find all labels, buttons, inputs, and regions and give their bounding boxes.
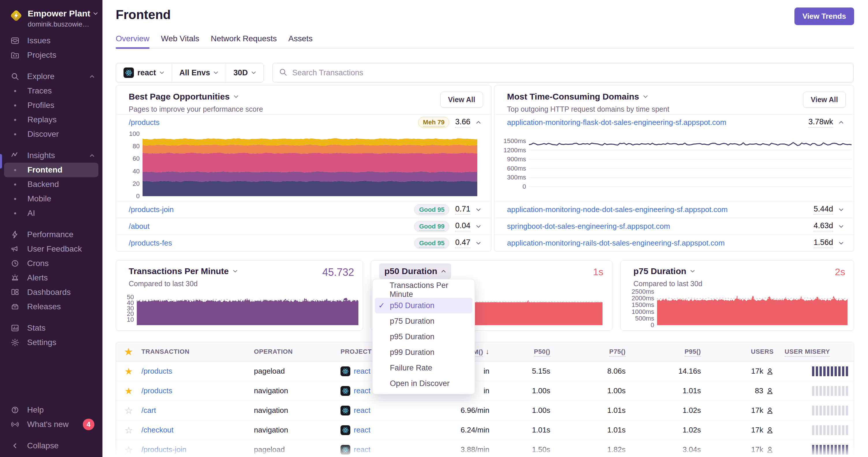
best-pages-view-all-button[interactable]: View All: [440, 92, 483, 108]
view-trends-button[interactable]: View Trends: [795, 7, 854, 25]
column-header-p75[interactable]: P75(): [550, 348, 626, 355]
domains-title[interactable]: Most Time-Consuming Domains: [507, 92, 669, 102]
p75-title[interactable]: p75 Duration: [633, 266, 702, 276]
star-toggle[interactable]: ☆: [116, 406, 142, 415]
page-link[interactable]: /products-join: [129, 205, 174, 214]
page-link[interactable]: /products-fes: [129, 238, 172, 248]
page-row[interactable]: /aboutGood 990.04: [116, 218, 491, 234]
p50-metric-dropdown-trigger[interactable]: p50 Duration: [379, 263, 451, 279]
dropdown-item-transactions-per-minute[interactable]: Transactions Per Minute: [375, 282, 472, 298]
column-header-operation[interactable]: OPERATION: [254, 348, 341, 355]
domain-row[interactable]: application-monitoring-node-dot-sales-en…: [494, 201, 854, 218]
transaction-link[interactable]: /products-join: [142, 445, 186, 454]
sidebar-item-backend[interactable]: Backend: [4, 177, 98, 192]
tpm-chart[interactable]: 5040302010: [124, 292, 359, 325]
column-header-users[interactable]: USERS: [701, 348, 774, 355]
org-header[interactable]: Empower Plant dominik.buszowiec...: [0, 0, 102, 28]
star-toggle[interactable]: ☆: [116, 426, 142, 435]
page-score-stacked-chart[interactable]: 100806040200: [126, 134, 477, 196]
sidebar-item-stats[interactable]: Stats: [4, 321, 98, 335]
tab-network-requests[interactable]: Network Requests: [211, 34, 277, 48]
sidebar-collapse-button[interactable]: Collapse: [4, 438, 98, 453]
sidebar-item-label: Stats: [27, 323, 45, 333]
column-header-misery[interactable]: USER MISERY: [774, 348, 854, 355]
page-row[interactable]: /products-fesGood 950.47: [116, 234, 491, 251]
table-row[interactable]: ☆/checkoutnavigationreact6.24/min1.01s1.…: [116, 420, 854, 440]
sidebar-item-mobile[interactable]: Mobile: [4, 192, 98, 206]
domain-link[interactable]: application-monitoring-node-dot-sales-en…: [507, 205, 728, 214]
project-filter[interactable]: react: [116, 63, 172, 82]
sidebar-item-ai[interactable]: AI: [4, 206, 98, 221]
column-header-transaction[interactable]: TRANSACTION: [142, 348, 254, 355]
sentry-logo-icon: [9, 9, 23, 24]
page-row[interactable]: /products-joinGood 950.71: [116, 201, 491, 218]
domain-link[interactable]: springboot-dot-sales-engineering-sf.apps…: [507, 222, 670, 231]
sidebar-item-discover[interactable]: Discover: [4, 127, 98, 141]
table-row[interactable]: ★/productspageloadreactin5.15s8.06s14.16…: [116, 361, 854, 381]
best-pages-title[interactable]: Best Page Opportunities: [129, 92, 263, 102]
sidebar-item-explore[interactable]: Explore: [4, 69, 98, 84]
dropdown-item-p75-duration[interactable]: p75 Duration: [375, 313, 472, 329]
domain-time-line-chart[interactable]: 1500ms1200ms900ms600ms300ms0: [502, 141, 851, 187]
transaction-link[interactable]: /checkout: [142, 426, 174, 434]
sidebar-item-projects[interactable]: Projects: [4, 48, 98, 62]
axis-ticks: 5040302010: [124, 292, 137, 325]
dropdown-item-failure-rate[interactable]: Failure Rate: [375, 360, 472, 376]
sidebar-item-profiles[interactable]: Profiles: [4, 98, 98, 112]
sidebar-item-replays[interactable]: Replays: [4, 112, 98, 127]
column-header-star[interactable]: ★: [116, 347, 142, 356]
sidebar-item-user-feedback[interactable]: User Feedback: [4, 242, 98, 256]
column-header-p95[interactable]: P95(): [626, 348, 701, 355]
projects-icon: [10, 51, 20, 59]
page-link[interactable]: /about: [129, 222, 150, 231]
column-header-p50[interactable]: P50(): [489, 348, 550, 355]
page-link[interactable]: /products: [129, 118, 160, 127]
domain-row[interactable]: application-monitoring-rails-dot-sales-e…: [494, 234, 854, 251]
table-row[interactable]: ☆/products-joinpageloadreact3.88/min1.50…: [116, 440, 854, 457]
star-toggle[interactable]: ★: [116, 386, 142, 396]
org-name[interactable]: Empower Plant: [28, 9, 98, 19]
domain-row[interactable]: springboot-dot-sales-engineering-sf.apps…: [494, 218, 854, 234]
users-cell: 17k: [701, 367, 774, 376]
dropdown-item-p50-duration[interactable]: ✓p50 Duration: [375, 298, 472, 313]
project-cell[interactable]: react: [341, 445, 436, 455]
sidebar-item-settings[interactable]: Settings: [4, 335, 98, 350]
sidebar-item-dashboards[interactable]: Dashboards: [4, 285, 98, 299]
transaction-link[interactable]: /products: [142, 367, 172, 376]
chevron-down-icon: [690, 270, 695, 273]
sidebar-item-issues[interactable]: Issues: [4, 33, 98, 48]
dropdown-item-open-in-discover[interactable]: Open in Discover: [375, 376, 472, 391]
tpm-title[interactable]: Transactions Per Minute: [129, 266, 238, 276]
transaction-link[interactable]: /products: [142, 386, 172, 395]
table-row[interactable]: ☆/cartnavigationreact6.96/min1.00s1.01s1…: [116, 400, 854, 420]
date-range-filter[interactable]: 30D: [226, 63, 264, 82]
p75-chart[interactable]: 2500ms2000ms1500ms1000ms500ms0: [631, 292, 847, 325]
dropdown-item-p95-duration[interactable]: p95 Duration: [375, 329, 472, 345]
sidebar-item-label: User Feedback: [27, 244, 82, 254]
tab-web-vitals[interactable]: Web Vitals: [161, 34, 199, 48]
sidebar-item-releases[interactable]: Releases: [4, 299, 98, 314]
domains-view-all-button[interactable]: View All: [803, 92, 846, 108]
env-filter[interactable]: All Envs: [172, 63, 226, 82]
sidebar-item-traces[interactable]: Traces: [4, 84, 98, 98]
sidebar-item-frontend[interactable]: Frontend: [4, 163, 98, 177]
sidebar-item-crons[interactable]: Crons: [4, 256, 98, 271]
tab-assets[interactable]: Assets: [288, 34, 312, 48]
sidebar-item-help[interactable]: Help: [4, 403, 98, 417]
domain-link[interactable]: application-monitoring-flask-dot-sales-e…: [507, 118, 726, 127]
sidebar-item-whats-new[interactable]: What's new4: [4, 417, 98, 432]
project-cell[interactable]: react: [341, 406, 436, 416]
dropdown-item-p99-duration[interactable]: p99 Duration: [375, 345, 472, 360]
star-toggle[interactable]: ★: [116, 367, 142, 376]
domain-link[interactable]: application-monitoring-rails-dot-sales-e…: [507, 238, 724, 248]
sidebar-item-performance[interactable]: Performance: [4, 227, 98, 242]
star-toggle[interactable]: ☆: [116, 445, 142, 454]
sidebar-item-insights[interactable]: Insights: [4, 148, 98, 163]
tab-overview[interactable]: Overview: [116, 34, 150, 48]
table-row[interactable]: ★/productsnavigationreactin1.00s1.00s1.0…: [116, 381, 854, 400]
sidebar-item-alerts[interactable]: Alerts: [4, 271, 98, 285]
search-box[interactable]: [272, 63, 854, 83]
search-input[interactable]: [292, 68, 847, 77]
project-cell[interactable]: react: [341, 425, 436, 435]
transaction-link[interactable]: /cart: [142, 406, 156, 415]
